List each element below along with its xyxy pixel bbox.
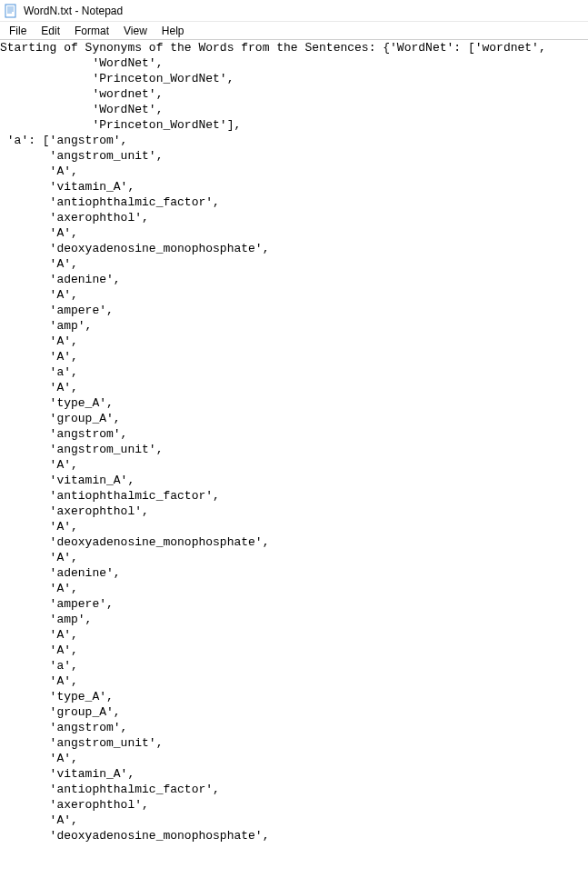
menu-edit[interactable]: Edit [34,23,67,39]
window-title: WordN.txt - Notepad [24,5,123,17]
title-bar: WordN.txt - Notepad [0,0,588,22]
menu-format[interactable]: Format [67,23,116,39]
menu-file[interactable]: File [2,23,34,39]
notepad-icon [4,4,18,18]
menu-bar: File Edit Format View Help [0,22,588,40]
menu-view[interactable]: View [116,23,154,39]
menu-help[interactable]: Help [154,23,192,39]
text-content-area[interactable]: Starting of Synonyms of the Words from t… [0,40,588,843]
